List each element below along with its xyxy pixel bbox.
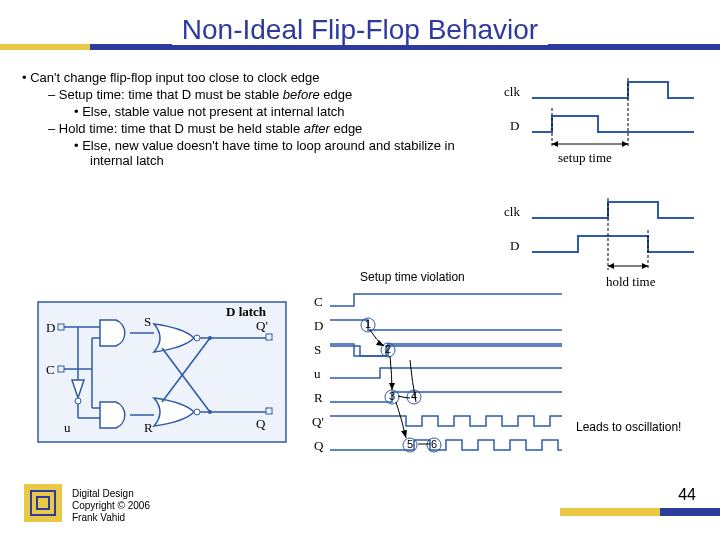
node-5: 5 <box>407 438 413 450</box>
label-S-t: S <box>314 342 321 357</box>
bullet-2-pre: Setup time: time that D must be stable <box>59 87 283 102</box>
bullet-4: Hold time: time that D must be held stab… <box>48 121 482 136</box>
label-Qn-t: Q' <box>312 414 324 429</box>
svg-marker-4 <box>622 141 628 147</box>
label-setup-time: setup time <box>558 150 612 165</box>
label-D-in: D <box>46 320 55 335</box>
slide-title-text: Non-Ideal Flip-Flop Behavior <box>172 14 548 45</box>
node-3: 3 <box>389 390 395 402</box>
svg-point-33 <box>208 336 212 340</box>
svg-point-25 <box>194 335 200 341</box>
svg-point-34 <box>208 410 212 414</box>
label-R-t: R <box>314 390 323 405</box>
bullet-1: Can't change flip-flop input too close t… <box>22 70 482 85</box>
node-1: 1 <box>365 318 371 330</box>
svg-point-28 <box>194 409 200 415</box>
svg-marker-3 <box>552 141 558 147</box>
bullet-2-post: edge <box>320 87 353 102</box>
slide-title: Non-Ideal Flip-Flop Behavior <box>0 0 720 52</box>
d-latch-circuit: D latch D C u S R Q' Q <box>34 298 294 448</box>
label-C-in: C <box>46 362 55 377</box>
label-u: u <box>64 420 71 435</box>
label-oscillation: Leads to oscillation! <box>576 420 681 434</box>
svg-marker-8 <box>608 263 614 269</box>
bullet-content: Can't change flip-flop input too close t… <box>22 68 482 170</box>
bullet-4-em: after <box>304 121 330 136</box>
svg-marker-43 <box>401 430 407 438</box>
node-2: 2 <box>385 343 391 355</box>
svg-point-15 <box>75 398 81 404</box>
violation-timing-diagram: C D 1 S 2 u R 3 4 Q' Q 5 6 <box>310 290 570 460</box>
label-hold-time: hold time <box>606 274 656 289</box>
label-S: S <box>144 314 151 329</box>
node-6: 6 <box>431 438 437 450</box>
label-dlatch: D latch <box>226 304 267 319</box>
bullet-4-post: edge <box>330 121 363 136</box>
footer-logo-icon <box>24 484 62 522</box>
footer-text: Digital Design Copyright © 2006 Frank Va… <box>72 488 150 524</box>
bullet-2: Setup time: time that D must be stable b… <box>48 87 482 102</box>
label-Q-t: Q <box>314 438 324 453</box>
svg-marker-41 <box>376 340 384 346</box>
label-D: D <box>510 118 519 133</box>
footer-l3: Frank Vahid <box>72 512 150 524</box>
bullet-3: Else, stable value not present at intern… <box>74 104 482 119</box>
bullet-5: Else, new value doesn't have time to loo… <box>74 138 482 168</box>
label-Q: Q <box>256 416 266 431</box>
svg-marker-42 <box>389 383 395 390</box>
page-number: 44 <box>678 486 696 504</box>
footer-l1: Digital Design <box>72 488 150 500</box>
label-R: R <box>144 420 153 435</box>
label-Qn: Q' <box>256 318 268 333</box>
bullet-4-pre: Hold time: time that D must be held stab… <box>59 121 304 136</box>
label-violation: Setup time violation <box>360 270 465 284</box>
hold-time-diagram: clk D hold time <box>498 196 698 296</box>
label-u-t: u <box>314 366 321 381</box>
label-D-t: D <box>314 318 323 333</box>
label-C-t: C <box>314 294 323 309</box>
label-D-2: D <box>510 238 519 253</box>
footer-l2: Copyright © 2006 <box>72 500 150 512</box>
label-clk: clk <box>504 84 520 99</box>
setup-time-diagram: clk D setup time <box>498 76 698 172</box>
label-clk-2: clk <box>504 204 520 219</box>
footer-accent-bar <box>560 508 720 516</box>
svg-marker-9 <box>642 263 648 269</box>
bullet-2-em: before <box>283 87 320 102</box>
